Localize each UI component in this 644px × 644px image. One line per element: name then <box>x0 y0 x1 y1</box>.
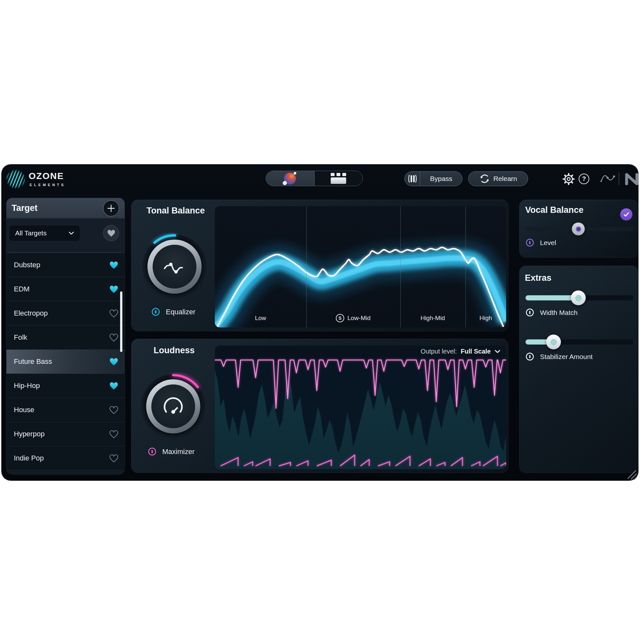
favorite-heart-icon[interactable] <box>109 334 118 342</box>
ozone-logo-icon <box>6 170 25 188</box>
brand-subtitle: ELEMENTS <box>30 183 66 187</box>
target-genre-label: EDM <box>14 285 30 293</box>
loudness-knob[interactable] <box>139 373 207 440</box>
target-genre-label: Electropop <box>14 309 48 317</box>
power-icon[interactable] <box>526 352 534 361</box>
band-label: High-Mid <box>421 315 445 322</box>
band-cell-low[interactable]: Low <box>215 309 306 327</box>
equalizer-curve-icon <box>162 254 187 279</box>
tonal-balance-spectrum-display: LowSLow-MidHigh-MidHigh <box>215 206 506 327</box>
stabilizer-slider[interactable] <box>526 335 633 349</box>
modules-grid-icon <box>331 173 346 184</box>
target-list-item[interactable]: Indie Pop <box>6 446 125 470</box>
add-target-button[interactable] <box>103 200 119 216</box>
assistant-view-tab[interactable] <box>266 171 315 186</box>
band-label: Low <box>255 315 266 322</box>
target-controls: All Targets <box>6 218 125 252</box>
target-list-item[interactable]: Hip-Hop <box>6 374 125 398</box>
target-genre-label: Hyperpop <box>14 430 44 438</box>
band-cell-low-mid[interactable]: SLow-Mid <box>306 309 400 327</box>
waveform-plot <box>215 346 506 469</box>
native-instruments-logo-icon <box>624 173 640 185</box>
target-list-item[interactable]: Hyperpop <box>6 422 125 446</box>
ozone-plugin-window: OZONE ELEMENTS Bypass Relearn <box>2 165 638 480</box>
power-icon[interactable] <box>526 238 534 247</box>
target-filter-dropdown[interactable]: All Targets <box>9 225 80 241</box>
width-match-toggle[interactable]: Width Match <box>526 308 578 317</box>
target-list-item[interactable]: House <box>6 398 125 422</box>
level-toggle[interactable]: Level <box>526 238 556 247</box>
solo-icon[interactable]: S <box>336 314 344 322</box>
faders-icon <box>406 172 419 185</box>
knob-face <box>151 384 195 428</box>
output-level-value: Full Scale <box>461 348 491 355</box>
target-list-item[interactable]: Folk <box>6 326 125 350</box>
favorite-heart-icon[interactable] <box>109 454 118 462</box>
favorite-heart-icon[interactable] <box>109 309 118 317</box>
check-icon <box>623 211 630 218</box>
width-match-thumb[interactable] <box>571 290 586 305</box>
target-title: Target <box>12 203 38 213</box>
knob-face <box>153 245 196 289</box>
equalizer-toggle[interactable]: Equalizer <box>151 308 195 316</box>
resize-handle[interactable] <box>626 469 637 480</box>
tonal-balance-panel: Tonal Balance <box>131 200 508 331</box>
vocal-balance-title: Vocal Balance <box>525 205 583 215</box>
maximizer-toggle[interactable]: Maximizer <box>148 447 194 456</box>
modules-view-tab[interactable] <box>315 171 363 186</box>
favorites-filter-button[interactable] <box>103 225 119 241</box>
bypass-label: Bypass <box>420 175 462 183</box>
target-list-item[interactable]: Future Bass <box>6 350 125 374</box>
band-label: Low-Mid <box>347 315 371 322</box>
loudness-waveform-display: Output level: Full Scale <box>215 346 506 469</box>
vocal-level-slider[interactable] <box>526 223 633 235</box>
width-match-slider[interactable] <box>526 290 633 305</box>
target-genre-label: Folk <box>14 333 27 342</box>
extras-panel: Extras Width Match Stabilizer Amount <box>519 266 638 473</box>
settings-gear-icon[interactable] <box>563 173 575 185</box>
plus-icon <box>107 204 115 213</box>
output-level-dropdown[interactable]: Output level: Full Scale <box>421 348 500 355</box>
header-divider <box>619 173 619 185</box>
sidebar-divider <box>9 252 122 252</box>
target-header: Target <box>6 198 125 218</box>
target-list-item[interactable]: EDM <box>6 277 125 301</box>
favorite-heart-icon[interactable] <box>109 406 118 414</box>
screenshot-canvas: OZONE ELEMENTS Bypass Relearn <box>0 0 644 644</box>
crossover-divider[interactable] <box>465 206 466 327</box>
extras-title: Extras <box>525 273 552 283</box>
stabilizer-thumb[interactable] <box>546 335 561 349</box>
vocal-balance-enabled-check[interactable] <box>620 208 632 221</box>
io-meters-icon[interactable] <box>405 172 420 186</box>
chevron-down-icon <box>69 232 74 235</box>
target-list-item[interactable]: Dubstep <box>6 253 125 277</box>
list-scrollbar-thumb[interactable] <box>120 291 122 352</box>
target-sidebar: Target All Targets Dubs <box>6 198 125 474</box>
band-cell-high-mid[interactable]: High-Mid <box>400 309 466 327</box>
target-genre-label: Hip-Hop <box>14 382 40 390</box>
crossover-divider[interactable] <box>400 206 401 327</box>
output-level-label: Output level: <box>421 348 457 355</box>
help-icon[interactable]: ? <box>579 174 589 184</box>
favorite-heart-icon[interactable] <box>109 285 118 293</box>
band-label: High <box>479 315 492 322</box>
stabilizer-toggle[interactable]: Stabilizer Amount <box>526 352 592 361</box>
favorite-heart-icon[interactable] <box>109 382 118 390</box>
power-icon[interactable] <box>526 308 534 317</box>
target-genre-label: Indie Pop <box>14 454 44 462</box>
relearn-button[interactable]: Relearn <box>468 171 528 186</box>
equalizer-label: Equalizer <box>166 308 195 316</box>
width-match-label: Width Match <box>540 309 578 317</box>
favorite-heart-icon[interactable] <box>109 261 118 269</box>
tonal-balance-knob[interactable] <box>141 233 208 300</box>
power-icon[interactable] <box>151 308 160 316</box>
band-cell-high[interactable]: High <box>465 309 506 327</box>
target-list-item[interactable]: Electropop <box>6 301 125 326</box>
favorite-heart-icon[interactable] <box>109 358 118 366</box>
vocal-level-thumb[interactable] <box>572 223 585 235</box>
favorite-heart-icon[interactable] <box>109 430 118 438</box>
crossover-divider[interactable] <box>306 206 307 327</box>
power-icon[interactable] <box>148 447 156 456</box>
assistant-sphere-icon <box>284 173 296 185</box>
bypass-button[interactable]: Bypass <box>404 171 462 186</box>
